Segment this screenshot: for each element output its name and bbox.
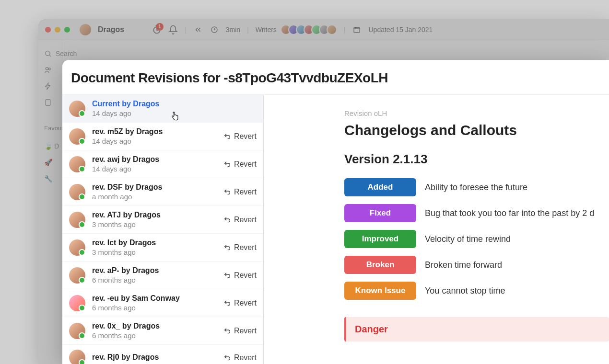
changelog-row: AddedAbility to foresee the future	[344, 178, 609, 196]
revert-button[interactable]: Revert	[223, 132, 257, 141]
doc-icon	[44, 99, 52, 106]
close-window-icon[interactable]	[45, 27, 51, 33]
revision-item[interactable]: rev. ATJ by Dragos3 months agoRevert	[62, 206, 263, 234]
revert-button[interactable]: Revert	[223, 243, 257, 252]
revert-button[interactable]: Revert	[223, 271, 257, 280]
changelog-row: Known IssueYou cannot stop time	[344, 282, 609, 300]
separator: |	[344, 26, 346, 34]
revision-title: rev. aP- by Dragos	[92, 266, 217, 275]
revert-button[interactable]: Revert	[223, 160, 257, 169]
revisions-modal: Document Revisions for -s8TpoG43TvvdbuZE…	[62, 60, 609, 364]
danger-callout: Danger	[344, 317, 609, 341]
revision-author-avatar	[69, 101, 85, 117]
changelog-row: FixedBug that took you too far into the …	[344, 204, 609, 222]
changelog-tag: Known Issue	[344, 282, 416, 300]
revision-title: rev. ATJ by Dragos	[92, 211, 217, 219]
sidebar: Search Favourites 🍃 D 🚀 🔧	[38, 40, 62, 364]
bell-icon[interactable]	[168, 25, 178, 34]
changelog-text: Ability to foresee the future	[425, 182, 527, 193]
revision-title: rev. Rj0 by Dragos	[92, 353, 217, 362]
titlebar: Dragos 1 | 3min | Writers |	[38, 19, 609, 40]
revision-author-avatar	[69, 212, 85, 228]
revision-author-avatar	[69, 350, 85, 364]
revision-content: Revision oLH Changelogs and Callouts Ver…	[264, 95, 609, 364]
svg-point-3	[46, 51, 50, 56]
separator: |	[185, 26, 187, 34]
revision-time: 14 days ago	[92, 137, 217, 145]
timer-icon[interactable]: 1	[152, 25, 162, 34]
sidebar-item[interactable]	[44, 66, 52, 74]
collaborator-avatar[interactable]	[327, 24, 337, 35]
revision-title: rev. awj by Dragos	[92, 155, 217, 164]
timer-text: 3min	[226, 26, 240, 34]
revision-title: Current by Dragos	[92, 100, 257, 108]
user-avatar[interactable]	[80, 24, 91, 35]
minimize-window-icon[interactable]	[55, 27, 60, 33]
notification-badge: 1	[156, 23, 164, 31]
changelog-row: ImprovedVelocity of time rewind	[344, 230, 609, 248]
revision-item[interactable]: rev. 0x_ by Dragos6 months agoRevert	[62, 317, 263, 345]
revision-author-avatar	[69, 295, 85, 311]
users-icon	[44, 66, 52, 74]
revision-list[interactable]: Current by Dragos14 days agorev. m5Z by …	[62, 95, 264, 364]
revert-icon	[223, 244, 231, 251]
revision-author-avatar	[69, 128, 85, 145]
revert-icon	[223, 216, 231, 224]
revert-icon	[223, 327, 231, 335]
search-icon	[44, 50, 52, 57]
changelog-row: BrokenBroken time forward	[344, 256, 609, 274]
revision-item[interactable]: rev. DSF by Dragosa month agoRevert	[62, 178, 263, 206]
sidebar-item[interactable]	[44, 99, 52, 106]
revert-icon	[223, 188, 231, 196]
changelog-tag: Added	[344, 178, 416, 196]
revert-button[interactable]: Revert	[223, 353, 257, 362]
revision-time: 3 months ago	[92, 220, 217, 228]
revision-title: rev. 0x_ by Dragos	[92, 322, 217, 330]
revision-author-avatar	[69, 184, 85, 200]
sidebar-fav-item[interactable]: 🍃 D	[44, 142, 59, 150]
revision-item[interactable]: rev. aP- by Dragos6 months agoRevert	[62, 262, 263, 289]
revert-icon	[223, 160, 231, 168]
changelog-text: You cannot stop time	[425, 286, 505, 296]
revision-time: 6 months ago	[92, 331, 217, 340]
svg-rect-2	[354, 27, 360, 33]
document-title: Changelogs and Callouts	[344, 122, 609, 138]
clock-icon	[210, 25, 219, 34]
revert-button[interactable]: Revert	[223, 216, 257, 224]
revision-time: 14 days ago	[92, 165, 217, 173]
changelog-tag: Broken	[344, 256, 416, 274]
revert-button[interactable]: Revert	[223, 327, 257, 335]
sidebar-fav-item[interactable]: 🔧	[44, 175, 52, 182]
group-label[interactable]: Writers	[256, 26, 277, 34]
revision-title: rev. DSF by Dragos	[92, 183, 217, 192]
svg-rect-6	[46, 100, 50, 105]
revision-id-label: Revision oLH	[344, 109, 609, 117]
revert-icon	[223, 299, 231, 307]
revert-icon	[223, 272, 231, 279]
revert-icon	[223, 133, 231, 140]
sidebar-fav-item[interactable]: 🚀	[44, 159, 52, 166]
revision-item[interactable]: rev. awj by Dragos14 days agoRevert	[62, 150, 263, 178]
modal-title: Document Revisions for -s8TpoG43TvvdbuZE…	[62, 60, 609, 94]
svg-point-4	[46, 68, 48, 70]
chevron-left-double-icon[interactable]	[193, 25, 203, 34]
revision-item[interactable]: rev. Rj0 by DragosRevert	[62, 345, 263, 364]
separator: |	[247, 26, 249, 34]
calendar-icon	[352, 25, 362, 34]
revision-item[interactable]: rev. Ict by Dragos3 months agoRevert	[62, 234, 263, 262]
bolt-icon	[44, 82, 52, 90]
search-input[interactable]: Search	[44, 50, 77, 57]
version-heading: Version 2.1.13	[344, 152, 609, 167]
revert-button[interactable]: Revert	[223, 299, 257, 307]
collaborator-avatars[interactable]	[283, 24, 337, 35]
revision-author-avatar	[69, 156, 85, 172]
revert-button[interactable]: Revert	[223, 188, 257, 196]
username-label: Dragos	[98, 25, 124, 34]
maximize-window-icon[interactable]	[64, 27, 70, 33]
revision-author-avatar	[69, 267, 85, 284]
revision-item[interactable]: rev. m5Z by Dragos14 days agoRevert	[62, 123, 263, 150]
sidebar-item[interactable]	[44, 82, 52, 90]
revision-item[interactable]: rev. -eu by Sam Conway6 months agoRevert	[62, 289, 263, 317]
changelog-text: Bug that took you too far into the past …	[425, 208, 594, 218]
revision-item[interactable]: Current by Dragos14 days ago	[62, 95, 263, 123]
